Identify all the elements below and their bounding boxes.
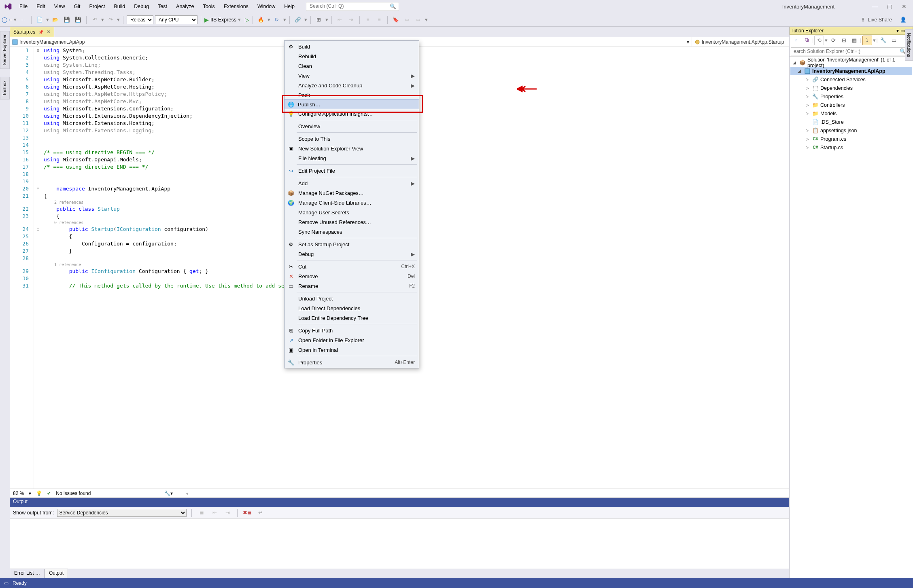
ctx-remove-unused-references-[interactable]: Remove Unused References… <box>285 217 419 227</box>
ctx-copy-full-path[interactable]: ⎘Copy Full Path <box>285 326 419 335</box>
fold-toggle[interactable] <box>34 54 42 61</box>
output-icon[interactable]: ▭ <box>4 580 8 586</box>
maximize-button[interactable]: ▢ <box>884 3 895 10</box>
close-button[interactable]: ✕ <box>898 3 910 10</box>
fold-toggle[interactable] <box>34 192 42 200</box>
ctx-scope-to-this[interactable]: Scope to This <box>285 134 419 144</box>
fold-toggle[interactable] <box>34 282 42 290</box>
ctx-sync-namespaces[interactable]: Sync Namespaces <box>285 227 419 237</box>
expand-icon[interactable]: ▷ <box>806 77 811 82</box>
menu-debug[interactable]: Debug <box>130 1 153 12</box>
output-source-dropdown[interactable]: Service Dependencies <box>57 509 187 517</box>
fold-toggle[interactable] <box>34 127 42 134</box>
menu-file[interactable]: File <box>15 1 32 12</box>
fold-toggle[interactable] <box>34 163 42 171</box>
fold-toggle[interactable]: ⊟ <box>34 185 42 192</box>
account-icon[interactable]: 👤 <box>900 17 907 23</box>
menu-analyze[interactable]: Analyze <box>172 1 198 12</box>
fold-toggle[interactable] <box>34 98 42 105</box>
ctx-build[interactable]: ⚙Build <box>285 42 419 51</box>
ctx-remove[interactable]: ✕RemoveDel <box>285 271 419 281</box>
ctx-load-entire-dependency-tree[interactable]: Load Entire Dependency Tree <box>285 313 419 323</box>
configuration-dropdown[interactable]: Release <box>127 15 153 24</box>
menu-extensions[interactable]: Extensions <box>220 1 253 12</box>
se-properties-icon[interactable]: 🔧 <box>879 36 888 45</box>
fold-toggle[interactable] <box>34 233 42 240</box>
ctx-debug[interactable]: Debug▶ <box>285 249 419 259</box>
nav-type[interactable]: InventoryManagement.ApiApp.Startup <box>692 37 789 47</box>
output-tool-icon[interactable]: ⇤ <box>210 508 219 518</box>
close-tab-icon[interactable]: ✕ <box>47 29 51 35</box>
fold-toggle[interactable] <box>34 255 42 262</box>
ctx-add[interactable]: Add▶ <box>285 178 419 188</box>
ctx-clean[interactable]: Clean <box>285 61 419 71</box>
expand-icon[interactable]: ▷ <box>806 86 811 90</box>
se-home-icon[interactable]: ⌂ <box>791 36 801 45</box>
menu-help[interactable]: Help <box>280 1 299 12</box>
ctx-open-folder-in-file-explorer[interactable]: ↗Open Folder in File Explorer <box>285 335 419 345</box>
tab-output[interactable]: Output <box>45 569 68 578</box>
live-share-button[interactable]: ⇪ Live Share 👤 <box>857 17 911 23</box>
se-search-input[interactable] <box>791 47 912 55</box>
output-body[interactable] <box>10 519 789 569</box>
save-all-icon[interactable]: 💾 <box>73 15 83 25</box>
expand-icon[interactable]: ▷ <box>806 103 811 107</box>
fold-toggle[interactable] <box>34 171 42 178</box>
ctx-edit-project-file[interactable]: ↪Edit Project File <box>285 166 419 176</box>
node-startup-cs[interactable]: ▷C#Startup.cs <box>790 143 912 152</box>
ctx-analyze-and-code-cleanup[interactable]: Analyze and Code Cleanup▶ <box>285 80 419 90</box>
ctx-view[interactable]: View▶ <box>285 71 419 80</box>
output-wrap-icon[interactable]: ↩ <box>255 508 265 518</box>
fold-toggle[interactable] <box>34 149 42 156</box>
next-bookmark-icon[interactable]: ⇨ <box>414 15 423 25</box>
side-tab-toolbox[interactable]: Toolbox <box>0 77 10 99</box>
pin-icon[interactable]: 📌 <box>38 30 43 34</box>
outdent-icon[interactable]: ⇥ <box>346 15 356 25</box>
ctx-rebuild[interactable]: Rebuild <box>285 51 419 61</box>
fold-toggle[interactable] <box>34 112 42 120</box>
ctx-unload-project[interactable]: Unload Project <box>285 294 419 303</box>
menu-tools[interactable]: Tools <box>199 1 219 12</box>
fold-toggle[interactable] <box>34 83 42 91</box>
ctx-properties[interactable]: 🔧PropertiesAlt+Enter <box>285 357 419 367</box>
expand-icon[interactable]: ◢ <box>798 69 803 73</box>
fold-toggle[interactable] <box>34 76 42 83</box>
zoom-level[interactable]: 82 % <box>13 491 24 496</box>
browser-link-icon[interactable]: 🔗 <box>293 15 303 25</box>
expand-icon[interactable]: ▷ <box>806 145 811 150</box>
node-program-cs[interactable]: ▷C#Program.cs <box>790 135 912 143</box>
node-dependencies[interactable]: ▷⬚Dependencies <box>790 84 912 92</box>
minimize-button[interactable]: — <box>869 3 881 10</box>
new-project-icon[interactable]: 📄 <box>35 15 45 25</box>
fold-toggle[interactable]: ⊟ <box>34 205 42 213</box>
node--ds_store[interactable]: 📄.DS_Store <box>790 118 912 126</box>
fold-toggle[interactable] <box>34 91 42 98</box>
fold-toggle[interactable]: ⊟ <box>34 226 42 233</box>
bookmark-icon[interactable]: 🔖 <box>391 15 401 25</box>
back-button[interactable]: ◯← <box>2 15 12 25</box>
node-properties[interactable]: ▷🔧Properties <box>790 92 912 101</box>
se-switch-icon[interactable]: ⧉ <box>802 36 811 45</box>
hot-reload-icon[interactable]: 🔥 <box>256 15 266 25</box>
se-back-icon[interactable]: ⟲ <box>814 36 824 45</box>
fold-toggle[interactable] <box>34 156 42 163</box>
quick-search[interactable]: 🔍 <box>306 2 399 11</box>
solution-tree[interactable]: ◢📦Solution 'InventoryManagement' (1 of 1… <box>790 57 913 578</box>
menu-window[interactable]: Window <box>253 1 279 12</box>
ctx-publish-[interactable]: 🌐Publish… <box>284 99 419 109</box>
se-sync-icon[interactable]: ⟳ <box>828 36 838 45</box>
fold-toggle[interactable] <box>34 142 42 149</box>
node-controllers[interactable]: ▷📁Controllers <box>790 101 912 109</box>
ctx-cut[interactable]: ✂CutCtrl+X <box>285 262 419 271</box>
menu-view[interactable]: View <box>50 1 69 12</box>
se-show-all-icon[interactable]: ▦ <box>849 36 859 45</box>
fold-toggle[interactable] <box>34 134 42 142</box>
screwdriver-icon[interactable]: 🔧▾ <box>164 491 173 496</box>
ctx-manage-client-side-libraries-[interactable]: 🌍Manage Client-Side Libraries… <box>285 198 419 207</box>
ctx-new-solution-explorer-view[interactable]: ▣New Solution Explorer View <box>285 144 419 153</box>
open-icon[interactable]: 📂 <box>51 15 60 25</box>
fold-toggle[interactable] <box>34 240 42 247</box>
node-appsettings-json[interactable]: ▷📋appsettings.json <box>790 126 912 135</box>
prev-bookmark-icon[interactable]: ⇦ <box>402 15 412 25</box>
menu-build[interactable]: Build <box>110 1 129 12</box>
